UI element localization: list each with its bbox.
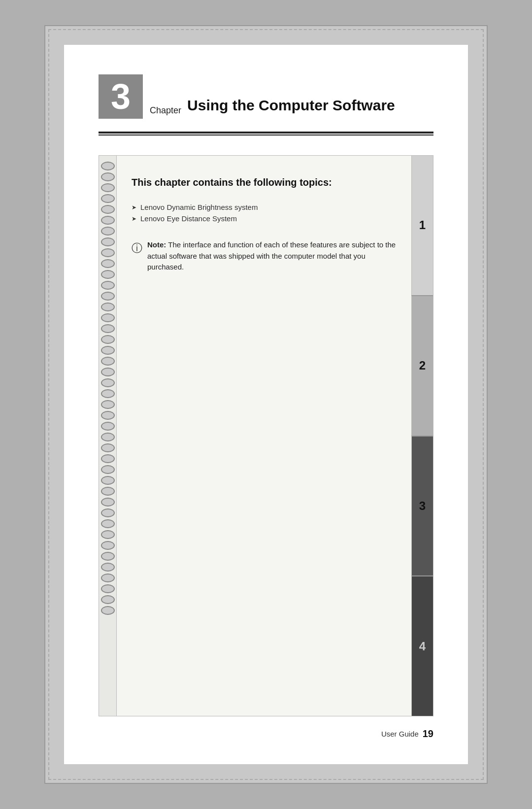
note-label: Note:: [147, 240, 166, 249]
spiral-coil: [101, 584, 115, 593]
spiral-coil: [101, 259, 115, 268]
spiral-coil: [101, 248, 115, 257]
list-item: Lenovo Dynamic Brightness system: [132, 203, 397, 211]
tab-item-4[interactable]: 4: [411, 575, 433, 716]
note-text: Note: The interface and function of each…: [147, 239, 397, 273]
note-block: ⓘ Note: The interface and function of ea…: [132, 239, 397, 273]
spiral-coil: [101, 357, 115, 366]
topics-heading: This chapter contains the following topi…: [132, 175, 397, 189]
spiral-coil: [101, 281, 115, 290]
spiral-coil: [101, 292, 115, 301]
tab-label-3: 3: [419, 499, 426, 513]
spiral-coil: [101, 530, 115, 539]
page-outer: 3 Chapter Using the Computer Software: [44, 25, 488, 784]
page-footer: User Guide 19: [99, 725, 433, 740]
spiral-coil: [101, 454, 115, 463]
notebook-main-content: This chapter contains the following topi…: [117, 156, 411, 716]
spiral-coil: [101, 162, 115, 170]
spiral-coil: [101, 303, 115, 311]
chapter-header: 3 Chapter Using the Computer Software: [99, 74, 433, 119]
spiral-coil: [101, 270, 115, 279]
spiral-coil: [101, 422, 115, 431]
tab-item-3[interactable]: 3: [411, 436, 433, 576]
tab-label-1: 1: [419, 218, 426, 232]
chapter-number-box: 3: [99, 74, 143, 119]
chapter-label: Chapter: [148, 105, 181, 118]
spiral-coil: [101, 216, 115, 225]
tab-bar: 1 2 3 4: [411, 156, 433, 716]
spiral-coil: [101, 443, 115, 452]
tab-item-2[interactable]: 2: [411, 295, 433, 436]
spiral-coil: [101, 389, 115, 398]
spiral-coil: [101, 194, 115, 203]
topic-item-text: Lenovo Dynamic Brightness system: [140, 203, 258, 211]
spiral-coil: [101, 433, 115, 441]
spiral-coil: [101, 400, 115, 409]
spiral-coil: [101, 573, 115, 582]
spiral-coil: [101, 205, 115, 214]
spiral-coil: [101, 411, 115, 420]
page-inner: 3 Chapter Using the Computer Software: [64, 45, 468, 764]
note-body: The interface and function of each of th…: [147, 240, 396, 271]
spiral-coil: [101, 324, 115, 333]
spiral-coil: [101, 487, 115, 496]
notebook-container: This chapter contains the following topi…: [99, 155, 433, 716]
spiral-coil: [101, 378, 115, 387]
spiral-coil: [101, 541, 115, 550]
spiral-coil: [101, 237, 115, 246]
spiral-coil: [101, 227, 115, 236]
spiral-coil: [101, 595, 115, 604]
spiral-coil: [101, 346, 115, 355]
tab-label-4: 4: [419, 640, 426, 653]
chapter-rule: [99, 132, 433, 135]
spiral-coil: [101, 172, 115, 181]
chapter-number: 3: [111, 79, 131, 114]
chapter-box-wrapper: 3: [99, 74, 143, 119]
topic-list: Lenovo Dynamic Brightness system Lenovo …: [132, 203, 397, 226]
spiral-coil: [101, 335, 115, 344]
tab-label-2: 2: [419, 359, 426, 372]
spiral-coil: [101, 498, 115, 506]
spiral-binding: [99, 156, 117, 716]
spiral-coil: [101, 368, 115, 376]
spiral-coil: [101, 606, 115, 615]
spiral-coil: [101, 519, 115, 528]
topic-item-text: Lenovo Eye Distance System: [140, 214, 237, 223]
spiral-coil: [101, 313, 115, 322]
spiral-coil: [101, 465, 115, 474]
spiral-coil: [101, 183, 115, 192]
spiral-coil: [101, 508, 115, 517]
notebook: This chapter contains the following topi…: [99, 155, 433, 716]
list-item: Lenovo Eye Distance System: [132, 214, 397, 223]
spiral-coil: [101, 476, 115, 485]
tab-item-1[interactable]: 1: [411, 156, 433, 295]
footer-page-number: 19: [423, 728, 433, 740]
footer-guide-text: User Guide: [381, 730, 419, 738]
spiral-coil: [101, 552, 115, 561]
chapter-title: Using the Computer Software: [187, 97, 395, 116]
spiral-coil: [101, 563, 115, 572]
note-icon: ⓘ: [132, 240, 142, 256]
